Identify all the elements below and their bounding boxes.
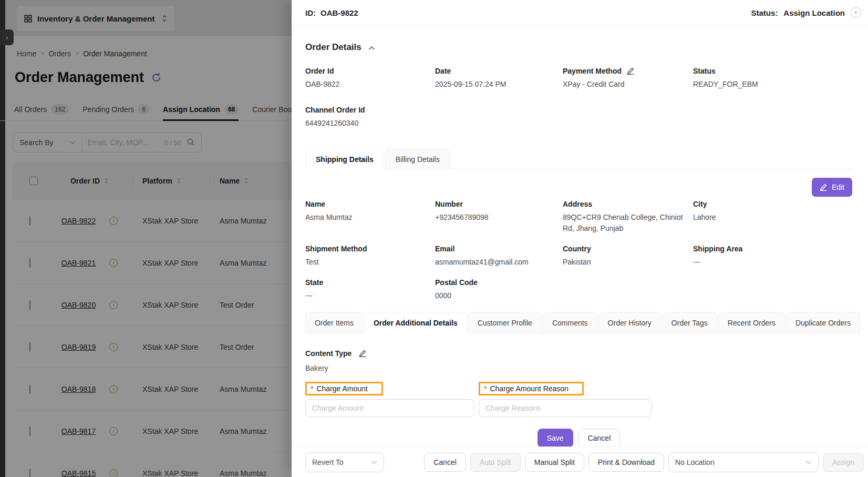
address-tab[interactable]: Shipping Details [305, 149, 384, 169]
close-icon[interactable]: ✕ [851, 7, 861, 18]
address-tab[interactable]: Billing Details [385, 149, 450, 169]
field-value: --- [305, 290, 435, 301]
order-detail-tab[interactable]: Order History [598, 312, 661, 333]
field-label: State [305, 278, 323, 287]
detail-field: Channel Order Id 6449241260340 [305, 106, 435, 129]
field-value: 89QC+CR9 Chenab College, Chiniot Rd, Jha… [563, 212, 693, 234]
drawer-footer: Revert To Cancel Auto Split Manual Split… [292, 446, 868, 477]
field-value: Pakistan [563, 257, 693, 268]
charge-amount-input[interactable] [305, 399, 474, 417]
order-details-section-title: Order Details [305, 42, 361, 53]
charge-reason-field: * Charge Amount Reason [479, 382, 652, 417]
assign-button[interactable]: Assign [823, 453, 864, 472]
field-value: Lahore [693, 212, 852, 223]
edit-pencil-icon[interactable] [359, 350, 366, 357]
field-label: Status [693, 67, 716, 75]
content-type-label: Content Type [305, 349, 352, 358]
chevron-down-icon [805, 460, 812, 464]
order-detail-tab[interactable]: Customer Profile [468, 312, 542, 333]
field-label: Shipment Method [305, 245, 367, 253]
location-value: No Location [675, 458, 715, 466]
order-detail-tab[interactable]: Order Additional Details [364, 312, 467, 333]
charge-reason-label-highlight: * Charge Amount Reason [479, 382, 584, 395]
tab-label: Order Additional Details [374, 319, 458, 327]
charge-amount-label-highlight: * Charge Amount [305, 382, 383, 395]
order-detail-tab[interactable]: Order Tags [662, 312, 717, 333]
charge-reason-label: Charge Amount Reason [490, 384, 568, 393]
field-value: +923456789098 [435, 212, 563, 223]
chevron-down-icon [371, 460, 377, 464]
edit-button-label: Edit [832, 183, 844, 191]
detail-field: Date 2025-09-15 07:24 PM [435, 67, 563, 90]
order-detail-tab[interactable]: Comments [543, 312, 597, 333]
tab-label: Billing Details [396, 155, 440, 164]
field-label: Name [305, 200, 325, 208]
cancel-form-button[interactable]: Cancel [578, 429, 621, 446]
edit-pencil-icon[interactable] [627, 67, 634, 75]
tab-label: Order History [608, 319, 652, 327]
order-detail-tab[interactable]: Order Items [305, 312, 363, 333]
address-tabs: Shipping Details Billing Details [305, 149, 852, 169]
field-label: Address [563, 200, 592, 208]
required-asterisk: * [311, 384, 313, 393]
shipping-fields-grid: Name Asma Mumtaz Number +923456789098 Ad… [305, 200, 852, 301]
field-value: 2025-09-15 07:24 PM [435, 79, 563, 90]
field-value: Test [305, 257, 435, 268]
tab-label: Recent Orders [728, 319, 776, 327]
content-type-value: Bakery [305, 364, 852, 372]
shipping-field: Shipment Method Test [305, 245, 435, 268]
status-value: Assign Location [783, 8, 845, 17]
field-label: Date [435, 67, 451, 75]
detail-field: Status READY_FOR_EBM [693, 67, 852, 90]
charge-reason-input[interactable] [479, 399, 652, 417]
cancel-button[interactable]: Cancel [424, 453, 466, 472]
order-detail-tab[interactable]: Duplicate Orders [786, 312, 860, 333]
field-value: XPay - Credit Card [563, 79, 693, 90]
shipping-details-panel: Edit Name Asma Mumtaz Number +9234567890… [305, 169, 852, 301]
field-label: Email [435, 245, 454, 253]
print-download-button[interactable]: Print & Download [588, 453, 664, 472]
shipping-field: Email asmamumtaz41@gmail.com [435, 245, 563, 268]
shipping-field: State --- [305, 278, 435, 301]
edit-button[interactable]: Edit [812, 178, 852, 197]
form-actions: Save Cancel [305, 429, 852, 446]
manual-split-button[interactable]: Manual Split [525, 453, 584, 472]
field-label: City [693, 200, 707, 208]
location-select[interactable]: No Location [668, 452, 819, 472]
shipping-field: Postal Code 0000 [435, 278, 563, 301]
order-detail-tab[interactable]: Recent Orders [718, 312, 785, 333]
revert-to-select[interactable]: Revert To [305, 452, 384, 472]
drawer-body: Order Details Order Id OAB-9822 Date [292, 26, 868, 446]
field-value: asmamumtaz41@gmail.com [435, 257, 563, 268]
order-id-label: ID: [305, 8, 316, 17]
shipping-field: Address 89QC+CR9 Chenab College, Chiniot… [563, 200, 693, 234]
charge-fields-row: * Charge Amount * Charge Amount Reason [305, 382, 852, 417]
revert-to-label: Revert To [312, 458, 344, 466]
shipping-field: Country Pakistan [563, 245, 693, 268]
field-label: Payment Method [563, 67, 622, 75]
auto-split-button[interactable]: Auto Split [470, 453, 521, 472]
collapse-chevron-up-icon[interactable] [368, 43, 375, 53]
field-label: Country [563, 245, 591, 253]
required-asterisk: * [484, 384, 487, 393]
field-value: 6449241260340 [305, 118, 435, 129]
shipping-field: Shipping Area --- [693, 245, 852, 268]
detail-field: Order Id OAB-9822 [305, 67, 435, 90]
charge-amount-label: Charge Amount [316, 384, 367, 393]
field-label: Order Id [305, 67, 334, 75]
field-value: Asma Mumtaz [305, 212, 435, 223]
field-value: --- [693, 257, 852, 268]
field-label: Number [435, 200, 463, 208]
save-button[interactable]: Save [538, 429, 573, 446]
detail-field: Payment Method XPay - Credit Card [563, 67, 693, 90]
field-value: 0000 [435, 290, 563, 301]
drawer-header: ID: OAB-9822 Status: Assign Location ✕ [292, 0, 868, 26]
order-details-drawer: ID: OAB-9822 Status: Assign Location ✕ O… [292, 0, 868, 477]
tab-label: Order Items [315, 319, 354, 327]
tab-label: Duplicate Orders [795, 319, 851, 327]
field-value: OAB-9822 [305, 79, 435, 90]
field-value: READY_FOR_EBM [693, 79, 852, 90]
shipping-field: City Lahore [693, 200, 852, 234]
shipping-field: Name Asma Mumtaz [305, 200, 435, 234]
tab-label: Customer Profile [478, 319, 532, 327]
